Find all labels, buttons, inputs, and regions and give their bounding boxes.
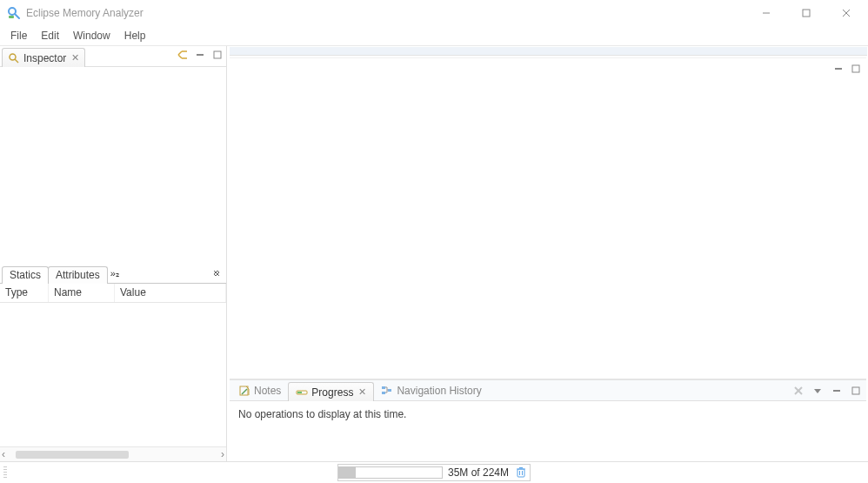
horizontal-scrollbar[interactable]: ‹ › — [0, 446, 226, 461]
window-close-button[interactable] — [826, 0, 866, 26]
heap-bar — [338, 466, 443, 479]
heap-text: 35M of 224M — [448, 466, 509, 479]
tab-statics[interactable]: Statics — [2, 266, 49, 284]
close-icon[interactable]: ✕ — [358, 386, 366, 398]
window-title: Eclipse Memory Analyzer — [26, 7, 144, 19]
heap-status[interactable]: 35M of 224M — [337, 464, 531, 481]
bottom-tabbar: Notes Progress ✕ — [230, 380, 866, 401]
svg-line-8 — [15, 59, 18, 63]
menu-help[interactable]: Help — [117, 28, 153, 44]
pin-icon[interactable] — [212, 268, 221, 280]
table-header: Type Name Value — [0, 284, 226, 303]
title-bar: Eclipse Memory Analyzer — [0, 0, 868, 26]
trash-icon — [516, 466, 526, 479]
svg-rect-13 — [240, 386, 248, 395]
svg-rect-25 — [517, 469, 524, 477]
work-area: Inspector ✕ Statics Attributes »₂ — [0, 45, 868, 461]
notes-icon — [238, 385, 250, 397]
inspector-body — [0, 67, 226, 265]
inspector-view: Inspector ✕ Statics Attributes »₂ — [0, 46, 227, 461]
bottom-toolbar — [791, 384, 863, 398]
editor-and-bottom: Notes Progress ✕ — [227, 46, 868, 461]
gc-button[interactable] — [514, 466, 528, 480]
scrollbar-thumb[interactable] — [16, 451, 129, 459]
svg-rect-23 — [833, 390, 840, 392]
inspector-icon — [8, 52, 20, 64]
column-value[interactable]: Value — [115, 284, 226, 302]
inspector-subtabs: Statics Attributes »₂ — [0, 265, 226, 284]
app-icon — [7, 6, 21, 20]
svg-rect-24 — [852, 387, 859, 394]
editor-maximize-icon[interactable] — [849, 62, 863, 76]
tab-notes-label: Notes — [254, 385, 281, 397]
tab-notes[interactable]: Notes — [231, 381, 288, 400]
statusbar-grip-icon — [3, 466, 7, 479]
column-type[interactable]: Type — [0, 284, 49, 302]
svg-line-1 — [15, 14, 19, 18]
tab-attributes[interactable]: Attributes — [48, 266, 108, 284]
window-maximize-button[interactable] — [786, 0, 826, 26]
svg-rect-18 — [382, 392, 385, 394]
svg-rect-16 — [297, 392, 302, 393]
svg-rect-2 — [9, 16, 14, 18]
inspector-details: Statics Attributes »₂ Type Name Value ‹ … — [0, 265, 226, 462]
close-icon[interactable]: ✕ — [71, 52, 79, 64]
tab-history-label: Navigation History — [397, 385, 481, 397]
view-menu-icon[interactable] — [811, 384, 825, 398]
editor-toolbar — [831, 62, 863, 76]
view-maximize-icon[interactable] — [210, 48, 224, 62]
remove-all-icon[interactable] — [791, 384, 805, 398]
inspector-tab-label: Inspector — [23, 52, 66, 64]
inspector-tabbar: Inspector ✕ — [0, 46, 226, 67]
inspector-toolbar — [176, 48, 224, 62]
svg-rect-9 — [197, 54, 204, 56]
editor-minimize-icon[interactable] — [831, 62, 845, 76]
link-editor-icon[interactable] — [176, 48, 190, 62]
status-bar: 35M of 224M — [0, 461, 868, 482]
column-name[interactable]: Name — [49, 284, 115, 302]
svg-marker-22 — [814, 389, 821, 393]
bottom-pane: Notes Progress ✕ — [230, 379, 866, 460]
heap-bar-fill — [339, 467, 356, 478]
scroll-left-arrow[interactable]: ‹ — [2, 448, 5, 460]
table-body — [0, 303, 226, 447]
tabs-overflow[interactable]: »₂ — [107, 268, 123, 279]
progress-icon — [296, 386, 308, 399]
menu-window[interactable]: Window — [66, 28, 117, 44]
bottom-maximize-icon[interactable] — [849, 384, 863, 398]
view-minimize-icon[interactable] — [193, 48, 207, 62]
tab-progress[interactable]: Progress ✕ — [288, 382, 374, 401]
history-icon — [381, 385, 393, 397]
inspector-tab[interactable]: Inspector ✕ — [2, 48, 85, 67]
bottom-minimize-icon[interactable] — [830, 384, 844, 398]
editor-tabstrip — [230, 47, 867, 56]
scroll-right-arrow[interactable]: › — [221, 448, 224, 460]
tab-progress-label: Progress — [311, 386, 353, 399]
svg-rect-12 — [852, 65, 859, 72]
menu-file[interactable]: File — [3, 28, 34, 44]
svg-rect-11 — [835, 68, 842, 70]
svg-rect-10 — [214, 51, 221, 58]
svg-rect-4 — [803, 10, 810, 17]
editor-area — [230, 57, 866, 379]
svg-rect-19 — [388, 389, 391, 392]
menu-edit[interactable]: Edit — [34, 28, 66, 44]
svg-line-14 — [242, 389, 247, 394]
svg-point-7 — [10, 54, 16, 60]
tab-navigation-history[interactable]: Navigation History — [374, 381, 488, 400]
progress-empty-message: No operations to display at this time. — [238, 408, 406, 420]
progress-body: No operations to display at this time. — [230, 401, 866, 460]
window-minimize-button[interactable] — [746, 0, 786, 26]
menu-bar: File Edit Window Help — [0, 26, 868, 45]
svg-rect-17 — [382, 386, 385, 389]
